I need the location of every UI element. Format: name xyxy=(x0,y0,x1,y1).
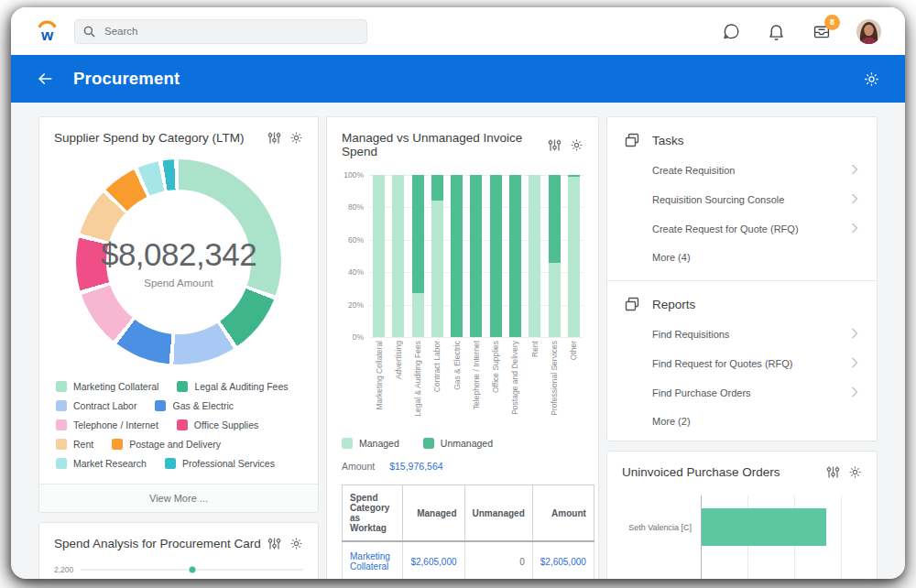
stacked-bar[interactable] xyxy=(490,175,502,337)
search-bar[interactable] xyxy=(74,19,367,44)
inbox-badge: 8 xyxy=(824,15,840,30)
table-cell: 0 xyxy=(464,541,532,579)
y-axis: 100%80%60%40%20%0% xyxy=(342,175,369,337)
unmanaged-segment[interactable] xyxy=(470,175,482,337)
chart-legend: ManagedUnmanaged xyxy=(327,427,598,449)
chart-settings-sliders-icon[interactable] xyxy=(826,465,840,479)
unmanaged-segment[interactable] xyxy=(549,175,561,263)
legend-label: Professional Services xyxy=(182,458,275,469)
task-item[interactable]: Requisition Sourcing Console xyxy=(624,185,860,214)
search-input[interactable] xyxy=(103,25,358,38)
stacked-bar[interactable] xyxy=(431,175,443,337)
tasks-section: Tasks Create RequisitionRequisition Sour… xyxy=(607,117,877,277)
y-tick-label: 60% xyxy=(348,236,364,245)
legend-label: Office Supplies xyxy=(194,419,258,430)
y-tick-label: 80% xyxy=(348,203,364,212)
chevron-right-icon xyxy=(851,387,858,399)
amount-value-link[interactable]: $15,976,564 xyxy=(389,461,442,472)
card-managed-vs-unmanaged: Managed vs Unmanaged Invoice Spend xyxy=(326,116,599,579)
chat-icon[interactable] xyxy=(722,22,741,41)
legend-item: Market Research xyxy=(56,458,147,469)
table-header-cell: Unmanaged xyxy=(464,485,532,542)
managed-segment[interactable] xyxy=(412,293,424,337)
stacked-bar[interactable] xyxy=(509,175,521,337)
stacked-bar[interactable] xyxy=(549,175,561,337)
card-title: Managed vs Unmanaged Invoice Spend xyxy=(342,131,548,158)
managed-segment[interactable] xyxy=(431,201,443,337)
search-icon xyxy=(83,26,95,38)
item-label: Create Request for Quote (RFQ) xyxy=(652,223,799,234)
table-cell-link-category[interactable]: Marketing Collateral xyxy=(343,541,403,579)
reports-more-button[interactable]: More (2) xyxy=(624,408,860,431)
header-gear-icon[interactable] xyxy=(863,71,880,88)
tasks-title: Tasks xyxy=(652,134,684,147)
task-item[interactable]: Create Request for Quote (RFQ) xyxy=(624,214,860,244)
back-arrow-icon[interactable] xyxy=(36,70,54,88)
managed-segment[interactable] xyxy=(568,177,580,337)
view-more-button[interactable]: View More ... xyxy=(39,484,318,512)
y-tick-label: 100% xyxy=(344,171,364,180)
legend-label: Postage and Delivery xyxy=(129,439,221,450)
stacked-bar[interactable] xyxy=(451,175,463,337)
managed-segment[interactable] xyxy=(373,175,385,337)
gear-icon[interactable] xyxy=(289,537,303,550)
table-cell-link-amount[interactable]: $2,605,000 xyxy=(532,541,594,579)
legend-item: Marketing Collateral xyxy=(56,381,158,392)
legend-swatch xyxy=(56,458,67,469)
workday-logo[interactable]: w xyxy=(35,17,60,45)
legend-label: Market Research xyxy=(73,458,147,469)
stacked-bar[interactable] xyxy=(392,175,404,337)
column-middle: Managed vs Unmanaged Invoice Spend xyxy=(326,116,599,579)
task-item[interactable]: Create Requisition xyxy=(624,156,860,185)
gear-icon[interactable] xyxy=(570,138,583,152)
unmanaged-segment[interactable] xyxy=(451,175,463,337)
table-header-cell: Spend Category as Worktag xyxy=(343,485,403,542)
x-axis-label: Other xyxy=(568,341,580,427)
donut-center: $8,082,342 Spend Amount xyxy=(106,190,251,334)
stacked-bar[interactable] xyxy=(529,175,540,337)
tasks-more-button[interactable]: More (4) xyxy=(624,244,860,267)
plot-area xyxy=(701,495,862,579)
table-header-cell: Managed xyxy=(403,485,464,542)
horizontal-bar[interactable] xyxy=(702,508,826,546)
legend-item: Managed xyxy=(342,438,399,449)
chart-settings-sliders-icon[interactable] xyxy=(548,138,562,152)
gear-icon[interactable] xyxy=(848,465,862,479)
table-row: Marketing Collateral$2,605,0000$2,605,00… xyxy=(343,541,594,579)
chevron-right-icon xyxy=(851,223,858,235)
stacked-bar[interactable] xyxy=(373,175,385,337)
unmanaged-segment[interactable] xyxy=(412,175,424,293)
unmanaged-segment[interactable] xyxy=(431,175,443,201)
chart-settings-sliders-icon[interactable] xyxy=(267,131,281,145)
horizontal-bar-chart: Seth Valencia [C]APEX Solutions xyxy=(607,486,877,579)
table-cell-link-amount[interactable]: $2,605,000 xyxy=(403,541,464,579)
stacked-bar[interactable] xyxy=(568,175,580,337)
data-point[interactable] xyxy=(189,567,195,573)
report-item[interactable]: Find Request for Quotes (RFQ) xyxy=(624,349,860,378)
managed-segment[interactable] xyxy=(549,263,561,337)
unmanaged-segment[interactable] xyxy=(490,175,502,337)
stacked-bar-chart: 100%80%60%40%20%0% xyxy=(327,166,598,337)
gear-icon[interactable] xyxy=(289,131,303,145)
column-left: Supplier Spend by Category (LTM) xyxy=(38,116,319,579)
card-title: Uninvoiced Purchase Orders xyxy=(622,465,826,479)
item-label: Create Requisition xyxy=(652,165,736,176)
notifications-bell-icon[interactable] xyxy=(767,22,786,41)
unmanaged-segment[interactable] xyxy=(509,175,521,337)
report-item[interactable]: Find Purchase Orders xyxy=(624,378,860,408)
y-axis-labels: Seth Valencia [C]APEX Solutions xyxy=(622,495,701,579)
inbox-icon[interactable]: 8 xyxy=(812,22,831,41)
report-item[interactable]: Find Requisitions xyxy=(624,320,860,349)
managed-segment[interactable] xyxy=(392,175,404,337)
top-bar: w xyxy=(11,7,905,55)
dashboard-content: Supplier Spend by Category (LTM) xyxy=(11,103,905,579)
chart-settings-sliders-icon[interactable] xyxy=(267,537,281,550)
x-axis-label: Marketing Collateral xyxy=(373,341,385,427)
legend-label: Marketing Collateral xyxy=(73,381,158,392)
user-avatar[interactable] xyxy=(856,19,881,44)
stacked-bar[interactable] xyxy=(470,175,482,337)
legend-item: Legal & Auditing Fees xyxy=(177,381,288,392)
stacked-bar[interactable] xyxy=(412,175,424,337)
managed-segment[interactable] xyxy=(529,175,540,337)
donut-chart[interactable]: $8,082,342 Spend Amount xyxy=(76,159,281,365)
